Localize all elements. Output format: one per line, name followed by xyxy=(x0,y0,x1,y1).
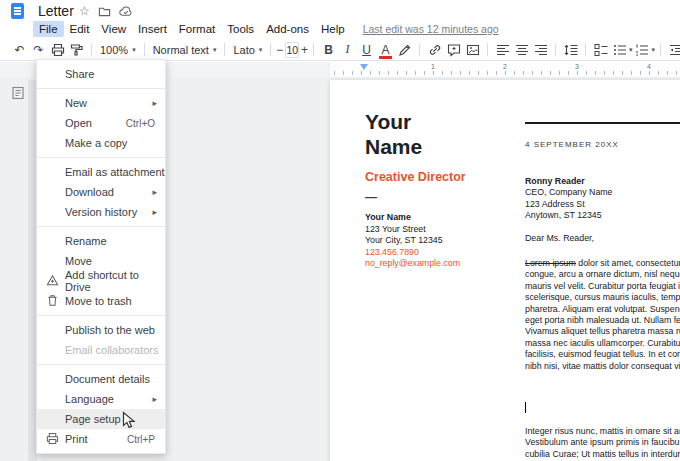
undo-button[interactable]: ↶ xyxy=(11,41,28,59)
menubar: File Edit View Insert Format Tools Add-o… xyxy=(33,20,499,38)
font-size-increase-button[interactable]: + xyxy=(301,43,308,57)
menu-item-label: Publish to the web xyxy=(65,324,155,336)
chevron-down-icon: ▾ xyxy=(652,46,656,54)
font-size-input[interactable]: 10 xyxy=(285,42,299,58)
zoom-select[interactable]: 100%▾ xyxy=(100,44,136,56)
highlight-color-button[interactable] xyxy=(396,41,413,59)
menu-item-page-setup[interactable]: Page setup xyxy=(37,409,165,429)
divider-dash: — xyxy=(365,190,377,204)
indent-marker[interactable] xyxy=(360,64,368,70)
paragraph-style-select[interactable]: Normal text▾ xyxy=(153,44,217,56)
align-left-button[interactable] xyxy=(494,41,511,59)
menu-item-label: Share xyxy=(65,68,94,80)
menu-item-make-a-copy[interactable]: Make a copy xyxy=(37,133,165,153)
recipient-title: CEO, Company Name xyxy=(525,187,613,198)
menu-item-move[interactable]: Move xyxy=(37,251,165,271)
print-button[interactable] xyxy=(49,41,66,59)
submenu-arrow-icon: ▸ xyxy=(152,187,157,197)
add-comment-button[interactable] xyxy=(445,41,462,59)
menu-file[interactable]: File xyxy=(33,21,64,37)
shortcut-label: Ctrl+P xyxy=(127,434,155,445)
menu-item-label: Print xyxy=(65,433,88,445)
bullet-list-button[interactable] xyxy=(611,41,628,59)
italic-button[interactable]: I xyxy=(339,41,356,59)
star-icon[interactable]: ☆ xyxy=(79,4,90,18)
menu-item-add-shortcut-to-drive[interactable]: Add shortcut to Drive xyxy=(37,271,165,291)
menu-item-share[interactable]: Share xyxy=(37,64,165,84)
menu-item-label: Language xyxy=(65,393,114,405)
menu-item-publish-to-the-web[interactable]: Publish to the web xyxy=(37,320,165,340)
toolbar-divider xyxy=(660,43,661,56)
menu-help[interactable]: Help xyxy=(315,21,351,37)
menu-view[interactable]: View xyxy=(95,21,132,37)
menu-item-label: Add shortcut to Drive xyxy=(65,269,165,293)
author-name-line1: Your xyxy=(365,110,411,134)
menu-item-label: Move xyxy=(65,255,92,267)
menu-item-print[interactable]: Print Ctrl+P xyxy=(37,429,165,449)
body-line: Integer risus nunc, mattis in ornare sit… xyxy=(525,426,680,437)
decrease-indent-button[interactable] xyxy=(667,41,680,59)
menu-item-new[interactable]: New▸ xyxy=(37,93,165,113)
text-color-button[interactable]: A xyxy=(377,41,394,59)
checklist-button[interactable] xyxy=(592,41,609,59)
body-line: massa nec iaculis ullamcorper. Curabitur… xyxy=(525,338,680,349)
menu-edit[interactable]: Edit xyxy=(64,21,96,37)
menu-tools[interactable]: Tools xyxy=(221,21,260,37)
chevron-down-icon: ▾ xyxy=(629,46,633,54)
last-edit-link[interactable]: Last edit was 12 minutes ago xyxy=(363,23,499,35)
sender-email: no_reply@example.com xyxy=(365,258,460,270)
redo-button[interactable]: ↷ xyxy=(30,41,47,59)
menu-item-label: New xyxy=(65,97,87,109)
body-line: eget porta nibh malesuada ut. Nullam feu… xyxy=(525,315,680,326)
align-center-button[interactable] xyxy=(513,41,530,59)
toolbar-divider xyxy=(144,43,145,56)
body-line: scelerisque, cursus mauris iaculis, temp… xyxy=(525,292,680,303)
menu-item-document-details[interactable]: Document details xyxy=(37,369,165,389)
sender-phone: 123.456.7890 xyxy=(365,247,460,259)
menu-item-move-to-trash[interactable]: Move to trash xyxy=(37,291,165,311)
menu-insert[interactable]: Insert xyxy=(132,21,173,37)
menu-item-email-as-attachment[interactable]: Email as attachment xyxy=(37,162,165,182)
insert-image-button[interactable] xyxy=(464,41,481,59)
menu-item-open[interactable]: OpenCtrl+O xyxy=(37,113,165,133)
align-right-button[interactable] xyxy=(532,41,549,59)
cloud-saved-icon[interactable] xyxy=(119,5,133,18)
docs-logo-icon[interactable] xyxy=(11,3,24,19)
author-name-line2: Name xyxy=(365,135,422,159)
move-folder-icon[interactable] xyxy=(98,5,111,18)
menu-format[interactable]: Format xyxy=(173,21,221,37)
document-page[interactable]: Your Name Creative Director — Your Name … xyxy=(330,80,680,461)
numbered-list-button[interactable] xyxy=(634,41,651,59)
insert-link-button[interactable] xyxy=(426,41,443,59)
menu-addons[interactable]: Add-ons xyxy=(260,21,315,37)
paint-format-button[interactable] xyxy=(68,41,85,59)
letter-date: 4 SEPTEMBER 20XX xyxy=(525,139,619,150)
font-size-decrease-button[interactable]: − xyxy=(276,43,283,57)
salutation: Dear Ms. Reader, xyxy=(525,233,594,244)
recipient-block: Ronny Reader CEO, Company Name 123 Addre… xyxy=(525,176,613,222)
font-select[interactable]: Lato▾ xyxy=(233,44,262,56)
sender-city: Your City, ST 12345 xyxy=(365,235,460,247)
body-line: facilisis, euismod feugiat tellus. In et… xyxy=(525,349,680,360)
document-outline-button[interactable] xyxy=(9,84,27,102)
document-title-input[interactable]: Letter xyxy=(38,3,74,19)
chevron-down-icon: ▾ xyxy=(132,46,136,54)
underline-button[interactable]: U xyxy=(358,41,375,59)
body-line: pharetra. Aliquam erat volutpat. Suspend… xyxy=(525,304,680,315)
mouse-cursor xyxy=(122,411,137,430)
bold-button[interactable]: B xyxy=(320,41,337,59)
menu-item-label: Rename xyxy=(65,235,107,247)
job-title: Creative Director xyxy=(365,170,466,184)
menu-item-version-history[interactable]: Version history▸ xyxy=(37,202,165,222)
menu-item-rename[interactable]: Rename xyxy=(37,231,165,251)
paragraph-1: Lorem ipsum dolor sit amet, consectetur … xyxy=(525,258,680,372)
chevron-down-icon: ▾ xyxy=(213,46,217,54)
menu-item-label: Make a copy xyxy=(65,137,127,149)
shortcut-label: Ctrl+O xyxy=(126,118,155,129)
line-spacing-button[interactable] xyxy=(562,41,579,59)
menu-divider xyxy=(37,88,165,89)
menu-item-label: Download xyxy=(65,186,114,198)
menu-item-download[interactable]: Download▸ xyxy=(37,182,165,202)
trash-icon xyxy=(46,294,59,307)
menu-item-language[interactable]: Language▸ xyxy=(37,389,165,409)
